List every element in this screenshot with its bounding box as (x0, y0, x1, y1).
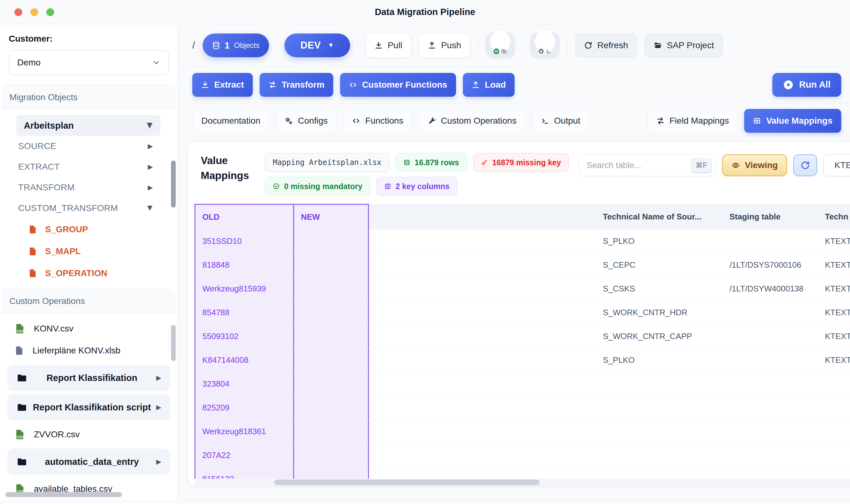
table-horizontal-scrollbar[interactable] (274, 480, 539, 485)
sap-project-button[interactable]: SAP Project (644, 33, 723, 58)
cell-old-value[interactable]: K847144008 (194, 348, 293, 372)
sidebar-horizontal-scrollbar[interactable] (5, 492, 122, 497)
objects-count-button[interactable]: 1 Objects (202, 34, 269, 57)
run-all-button[interactable]: Run All (772, 73, 841, 97)
cell-new-value[interactable] (293, 420, 369, 443)
search-input[interactable] (587, 161, 691, 170)
extract-button[interactable]: Extract (192, 73, 253, 97)
tab-custom-operations[interactable]: Custom Operations (419, 109, 526, 133)
cell-new-value[interactable] (293, 325, 369, 348)
cell-new-value[interactable] (293, 467, 369, 479)
cell-new-value[interactable] (293, 253, 369, 277)
cell-new-value[interactable] (293, 277, 369, 301)
tab-field-mappings[interactable]: Field Mappings (648, 109, 738, 133)
panel-title: Value Mappings (201, 153, 255, 196)
refresh-icon (584, 41, 592, 50)
cell-old-value[interactable]: 818848 (194, 253, 293, 277)
custom-operation-item[interactable]: Report Klassifikation ▶ (7, 365, 170, 391)
table-horizontal-scrollbar-track (194, 479, 850, 486)
cell-old-value[interactable]: 825209 (194, 396, 293, 419)
tree-file-item[interactable]: S_MAPL (10, 240, 168, 262)
cell-new-value[interactable] (293, 348, 369, 372)
tree-file-item[interactable]: S_OPERATION (10, 262, 168, 284)
cell-old-value[interactable]: 8156132 (194, 467, 293, 479)
column-header-old[interactable]: OLD (194, 204, 293, 230)
load-label: Load (485, 80, 506, 90)
tree-branch-label: EXTRACT (18, 162, 60, 172)
tab-output[interactable]: Output (532, 109, 589, 133)
cell-old-value[interactable]: 207A22 (194, 444, 293, 467)
cell-old-value[interactable]: Werkzeug818361 (194, 420, 293, 443)
close-window-button[interactable] (14, 8, 22, 16)
cell-new-value[interactable] (293, 444, 369, 467)
ktext-button[interactable]: KTEXT (824, 154, 850, 176)
customer-select[interactable]: Demo (9, 50, 169, 75)
custom-operation-item[interactable]: ZVVOR.csv ▶ (6, 424, 171, 446)
transform-button[interactable]: Transform (260, 73, 333, 97)
cell-tech2 (825, 444, 850, 467)
cell-new-value[interactable] (293, 396, 369, 419)
cell-old-value[interactable]: 55093102 (194, 325, 293, 348)
column-header-tech2[interactable]: Techn (825, 204, 850, 230)
environment-dropdown[interactable]: DEV ▼ (284, 34, 350, 57)
zoom-window-button[interactable] (46, 8, 54, 16)
cell-staging-table (729, 348, 825, 372)
viewing-mode-button[interactable]: Viewing (722, 154, 787, 176)
minimize-window-button[interactable] (30, 8, 38, 16)
cell-old-value[interactable]: 351SSD10 (194, 230, 293, 253)
load-button[interactable]: Load (463, 73, 515, 97)
tree-file-item[interactable]: S_GROUP (10, 218, 168, 240)
custom-operation-item[interactable]: Lieferpläne KONV.xlsb ▶ (6, 340, 171, 362)
cell-old-value[interactable]: 323804 (194, 372, 293, 396)
tab-value-mappings[interactable]: Value Mappings (744, 109, 841, 133)
csv-file-icon (14, 323, 26, 334)
top-toolbar: / 1 Objects DEV ▼ Pull Push (178, 24, 850, 66)
cell-new-value[interactable] (293, 301, 369, 324)
refresh-table-button[interactable] (793, 154, 817, 176)
custom-operation-item[interactable]: KONV.csv ▶ (6, 318, 171, 340)
column-header-spacer (369, 204, 603, 230)
operations-scrollbar[interactable] (171, 325, 176, 361)
cell-technical-name: S_CEPC (603, 253, 729, 277)
tree-branch[interactable]: CUSTOM_TRANSFORM ▶ (10, 198, 162, 218)
cell-staging-table (729, 420, 825, 443)
tree-scrollbar[interactable] (171, 161, 176, 208)
tree-branch[interactable]: SOURCE ▶ (10, 136, 162, 157)
cell-old-value[interactable]: 854788 (194, 301, 293, 324)
cell-new-value[interactable] (293, 230, 369, 253)
push-button[interactable]: Push (419, 33, 470, 58)
toolbar-divider (277, 36, 277, 55)
tab-configs[interactable]: Configs (276, 109, 337, 133)
tree-branch[interactable]: EXTRACT ▶ (10, 157, 162, 177)
cell-new-value[interactable] (293, 372, 369, 396)
custom-operation-item[interactable]: Report Klassifikation script ▶ (7, 394, 170, 420)
custom-operation-item[interactable]: automatic_data_entry ▶ (7, 449, 170, 475)
theme-toggle-widget[interactable] (530, 33, 560, 58)
document-icon (28, 269, 38, 278)
refresh-button[interactable]: Refresh (575, 33, 637, 58)
column-header-new[interactable]: NEW (293, 204, 369, 230)
extract-label: Extract (214, 80, 244, 90)
tab-documentation[interactable]: Documentation (192, 109, 269, 133)
download-icon (201, 81, 209, 89)
missing-key-text: 16879 missing key (492, 158, 561, 167)
upload-icon (472, 81, 480, 89)
tree-file-label: S_OPERATION (45, 268, 107, 278)
pull-button[interactable]: Pull (366, 33, 411, 58)
window-titlebar: Data Migration Pipeline (0, 0, 850, 24)
customer-functions-button[interactable]: Customer Functions (340, 73, 456, 97)
code-icon (352, 117, 360, 125)
tree-branch[interactable]: TRANSFORM ▶ (10, 177, 162, 198)
missing-mandatory-text: 0 missing mandatory (284, 182, 362, 191)
tree-root-arbeitsplan[interactable]: Arbeitsplan ▶ (16, 115, 160, 136)
toolbar-divider (358, 36, 358, 55)
tab-functions[interactable]: Functions (343, 109, 412, 133)
window-title: Data Migration Pipeline (375, 7, 475, 17)
column-header-tech-name[interactable]: Technical Name of Sour... (603, 204, 729, 230)
panel-header: Value Mappings Mapping Arbeitsplan.xlsx … (188, 142, 850, 204)
tab-label: Output (554, 116, 580, 126)
cell-tech2: KTEXT (825, 277, 850, 301)
cell-old-value[interactable]: Werkzeug815939 (194, 277, 293, 301)
column-header-staging[interactable]: Staging table (729, 204, 825, 230)
visibility-toggle-widget[interactable] (485, 33, 515, 58)
